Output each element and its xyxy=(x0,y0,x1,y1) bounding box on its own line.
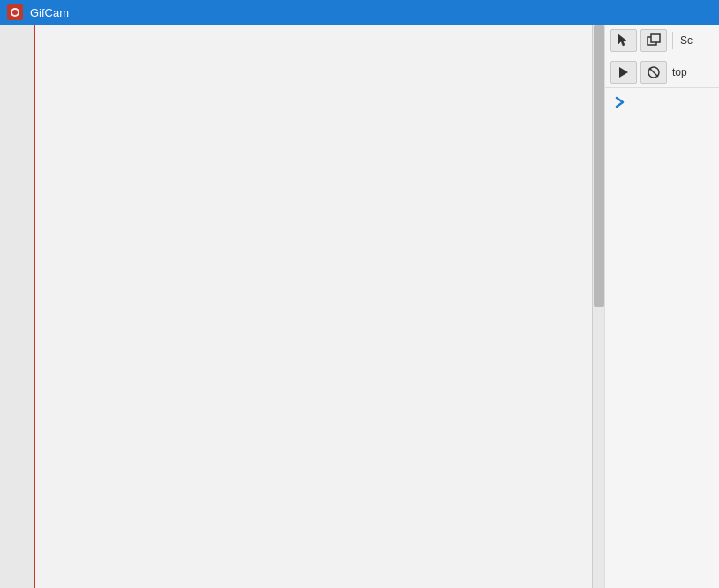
top-label: top xyxy=(672,66,687,78)
stop-button[interactable] xyxy=(640,61,667,84)
content-wrapper xyxy=(35,25,604,588)
right-panel: Sc top xyxy=(604,25,719,588)
app-icon xyxy=(7,4,23,20)
main-layout: Sc top xyxy=(0,25,719,588)
svg-line-7 xyxy=(649,68,658,77)
toolbar-row-1: Sc xyxy=(605,25,719,56)
svg-marker-5 xyxy=(619,67,628,78)
scrollbar-thumb[interactable] xyxy=(594,25,604,307)
svg-point-1 xyxy=(12,10,18,15)
play-button[interactable] xyxy=(610,61,637,84)
expand-button[interactable] xyxy=(610,93,630,112)
svg-marker-2 xyxy=(618,34,626,46)
content-area xyxy=(35,25,592,588)
app-title: GifCam xyxy=(30,6,69,19)
toolbar-row-2: top xyxy=(605,56,719,88)
title-bar: GifCam xyxy=(0,0,719,25)
frame-button[interactable] xyxy=(640,29,667,52)
svg-rect-4 xyxy=(651,34,660,42)
chevron-row xyxy=(605,88,719,116)
scrollbar-track[interactable] xyxy=(592,25,604,588)
toolbar-divider-1 xyxy=(672,32,673,49)
cursor-select-button[interactable] xyxy=(610,29,637,52)
left-bar xyxy=(0,25,35,588)
sc-label: Sc xyxy=(680,34,693,47)
